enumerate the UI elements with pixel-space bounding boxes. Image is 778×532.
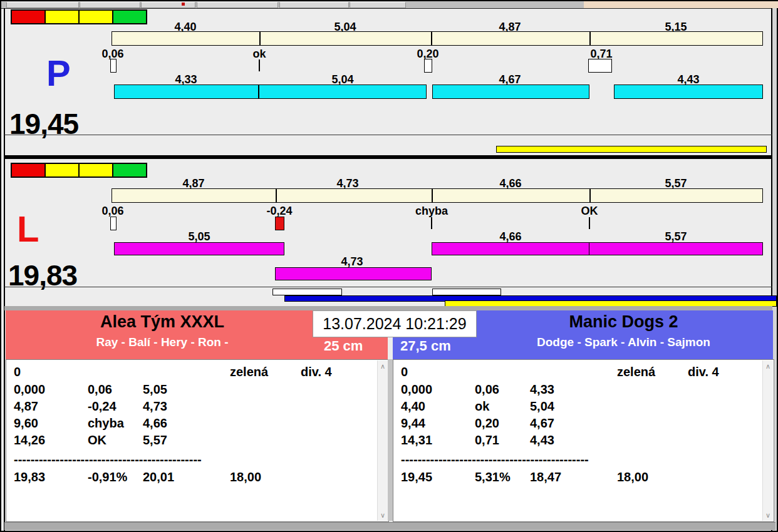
lane-l-segment-bar-offset (275, 267, 432, 280)
timestamp: 13.07.2024 10:21:29 (313, 310, 477, 337)
result-total-percent: -0,91% (88, 470, 127, 484)
result-total: 20,01 (143, 470, 174, 484)
result-cell: 9,60 (14, 416, 38, 431)
toolbar-marker-icon (182, 3, 185, 6)
toolbar-segment[interactable] (279, 2, 349, 8)
toolbar-segment[interactable] (141, 2, 195, 8)
lane-p-segment-bar (432, 84, 589, 99)
lane-l-marker-label: 0,06 (69, 205, 157, 218)
team-right-jump-height: 27,5 cm (400, 338, 475, 354)
toolbar-segment[interactable] (350, 2, 406, 8)
result-total: 19,83 (14, 470, 45, 484)
lane-l-segment-bar (589, 242, 763, 255)
lane-l-bar-value: 5,05 (155, 230, 243, 243)
lane-p-tick-box (424, 59, 432, 73)
result-color: zelená (617, 365, 655, 379)
scroll-down-icon[interactable] (763, 511, 773, 519)
result-cell: 4,43 (530, 433, 554, 448)
lane-l-bar-value: 4,66 (467, 230, 554, 243)
team-right-results[interactable]: 0 zelená div. 4 0,000 0,06 4,33 4,40 ok … (393, 359, 774, 522)
ruler-divider (276, 189, 277, 202)
results-divider (388, 359, 393, 521)
lane-l-tick-fault (275, 217, 284, 230)
status-light-yellow (78, 163, 113, 178)
toolbar-segment[interactable] (80, 2, 140, 8)
bottom-status-strip (4, 522, 775, 530)
result-total: 18,00 (230, 470, 261, 484)
lane-l-letter: L (17, 211, 39, 247)
footer-separator (4, 306, 772, 310)
result-cell: 9,44 (401, 416, 425, 431)
result-total: 19,45 (401, 470, 432, 484)
result-cell: -0,24 (88, 399, 117, 414)
ruler-divider (589, 32, 591, 45)
status-light-red (11, 163, 46, 178)
status-light-yellow (44, 163, 80, 178)
divider-line (4, 287, 772, 287)
result-cell: 4,73 (143, 399, 167, 414)
result-cell: 0,06 (88, 382, 112, 397)
result-cell: chyba (88, 416, 124, 431)
result-cell: 4,33 (530, 382, 554, 397)
result-start: 0 (14, 365, 21, 379)
toolbar-segment[interactable] (197, 2, 278, 8)
team-right-name: Manic Dogs 2 (474, 312, 773, 332)
result-total: 18,00 (617, 470, 648, 484)
lane-p-tick-box (110, 59, 117, 73)
scrollbar[interactable] (762, 361, 773, 521)
toolbar-segment[interactable] (6, 2, 79, 8)
result-cell: 5,57 (143, 433, 167, 448)
ruler-divider (259, 32, 261, 45)
scroll-down-icon[interactable] (378, 511, 388, 519)
result-cell: 4,66 (143, 416, 167, 431)
ruler-divider (589, 189, 591, 202)
lane-l-segment-bar (114, 242, 284, 255)
status-light-red (11, 9, 46, 24)
lane-p-letter: P (46, 55, 71, 91)
lane-p-status-lights (11, 9, 147, 24)
lane-p-marker-label: ok (215, 48, 303, 61)
window-frame-left (4, 8, 5, 531)
result-separator: ----------------------------------------… (14, 453, 202, 467)
status-light-green (112, 163, 147, 178)
result-cell: ok (475, 399, 489, 414)
lane-l-status-lights (11, 163, 147, 178)
toolbar-strip (1, 1, 777, 9)
lane-p-progress-yellow (496, 146, 767, 153)
team-left-name: Alea Tým XXXL (6, 312, 319, 332)
lane-p-segment-bar (114, 84, 259, 99)
result-cell: 4,87 (14, 399, 38, 414)
result-cell: 0,20 (475, 416, 499, 431)
lane-p-segment-bar (614, 84, 763, 99)
lane-l-tick-box (110, 217, 117, 230)
result-cell: 4,40 (401, 399, 425, 414)
lane-l-marker-label: chyba (388, 205, 475, 218)
result-division: div. 4 (301, 365, 332, 379)
team-left-results[interactable]: 0 zelená div. 4 0,000 0,06 5,05 4,87 -0,… (6, 359, 389, 522)
result-color: zelená (230, 365, 268, 379)
result-cell: 14,31 (401, 433, 432, 448)
team-right-members: Dodge - Spark - Alvin - Sajmon (474, 335, 773, 349)
lane-p-segment-bar (259, 84, 427, 99)
lane-l-marker-label: -0,24 (236, 205, 323, 218)
toolbar-tan-area (584, 1, 778, 8)
result-total: 18,47 (530, 470, 561, 484)
ruler-divider (431, 32, 432, 45)
scroll-up-icon[interactable] (763, 362, 773, 371)
app-window: 4,40 5,04 4,87 5,15 0,06 ok 0,20 0,71 4,… (0, 0, 778, 532)
lane-p-ruler-bar (112, 31, 763, 46)
result-cell: 5,05 (143, 382, 167, 397)
panel-separator (4, 155, 772, 159)
ruler-divider (432, 189, 433, 202)
lane-l-tick-line (431, 217, 432, 229)
scroll-up-icon[interactable] (378, 362, 388, 371)
result-cell: 4,67 (530, 416, 554, 431)
scrollbar[interactable] (377, 361, 388, 521)
lane-l-bar-value: 5,57 (632, 230, 720, 243)
lane-l-progress-outline (432, 289, 501, 295)
result-cell: 5,04 (530, 399, 554, 414)
result-start: 0 (401, 365, 408, 379)
divider-line (4, 135, 772, 135)
lane-l-progress-outline (272, 289, 342, 295)
status-light-yellow (44, 9, 80, 24)
